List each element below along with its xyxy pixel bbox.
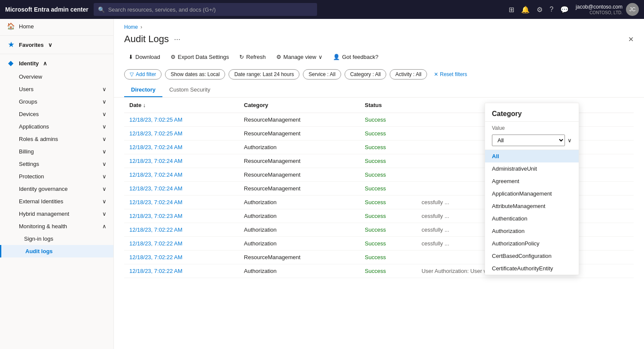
date-cell[interactable]: 12/18/23, 7:02:24 AM xyxy=(129,144,183,150)
feedback-button[interactable]: 👤 Got feedback? xyxy=(329,52,383,62)
export-data-settings-button[interactable]: ⚙ Export Data Settings xyxy=(166,52,233,62)
service-chip[interactable]: Service : All xyxy=(303,69,341,80)
sidebar-item-external-identities[interactable]: External Identities ∨ xyxy=(0,195,113,208)
sidebar-label-home: Home xyxy=(19,23,107,30)
sidebar-item-monitoring-health[interactable]: Monitoring & health ∧ xyxy=(0,220,113,233)
category-cell: Authorization xyxy=(239,196,360,209)
sidebar-label-monitoring: Monitoring & health xyxy=(19,223,67,230)
dropdown-list-item[interactable]: Agreement xyxy=(485,175,579,187)
show-dates-chip[interactable]: Show dates as: Local xyxy=(165,69,225,80)
dropdown-list-item[interactable]: CertificateAuthorityEntity xyxy=(485,262,579,275)
category-cell: Authorization xyxy=(239,223,360,237)
close-button[interactable]: ✕ xyxy=(628,35,634,43)
sidebar-label-overview: Overview xyxy=(19,73,42,80)
notification-icon[interactable]: 🔔 xyxy=(521,6,530,14)
sidebar-item-hybrid-management[interactable]: Hybrid management ∨ xyxy=(0,208,113,220)
settings-icon[interactable]: ⚙ xyxy=(537,6,543,14)
sidebar-item-billing[interactable]: Billing ∨ xyxy=(0,145,113,158)
user-name: jacob@contoso.com xyxy=(576,4,623,11)
date-range-chip[interactable]: Date range: Last 24 hours xyxy=(229,69,299,80)
status-cell: Success xyxy=(360,264,416,278)
category-cell: ResourceManagement xyxy=(239,182,360,196)
dropdown-list-item[interactable]: AttributeManagement xyxy=(485,200,579,212)
sidebar-label-identity-governance: Identity governance xyxy=(19,186,67,192)
tab-custom-security[interactable]: Custom Security xyxy=(162,83,217,97)
date-cell[interactable]: 12/18/23, 7:02:22 AM xyxy=(129,254,183,260)
sidebar-label-applications: Applications xyxy=(19,123,49,130)
sidebar-item-protection[interactable]: Protection ∨ xyxy=(0,170,113,183)
feedback-icon[interactable]: 💬 xyxy=(560,6,569,14)
chevron-manage-view-icon: ∨ xyxy=(318,54,323,60)
sidebar-label-audit-logs: Audit logs xyxy=(25,248,53,254)
activity-chip[interactable]: Activity : All xyxy=(390,69,427,80)
sidebar-label-sign-in-logs: Sign-in logs xyxy=(24,236,53,242)
col-date[interactable]: Date ↓ xyxy=(124,98,239,113)
home-icon: 🏠 xyxy=(7,22,15,30)
main-content: Home › Audit Logs ··· ✕ ⬇ Download ⚙ Exp… xyxy=(114,19,644,349)
dropdown-list: AllAdministrativeUnitAgreementApplicatio… xyxy=(485,150,579,275)
sidebar-item-home[interactable]: 🏠 Home xyxy=(0,19,113,34)
date-cell[interactable]: 12/18/23, 7:02:24 AM xyxy=(129,199,183,205)
reset-filters-button[interactable]: ✕ Reset filters xyxy=(430,70,470,79)
refresh-icon: ↻ xyxy=(239,54,244,60)
help-icon[interactable]: ? xyxy=(549,6,553,13)
sidebar-item-users[interactable]: Users ∨ xyxy=(0,83,113,95)
chevron-billing-icon: ∨ xyxy=(102,148,107,155)
sidebar-item-audit-logs[interactable]: Audit logs xyxy=(0,245,113,257)
breadcrumb-separator: › xyxy=(140,24,142,30)
date-cell[interactable]: 12/18/23, 7:02:25 AM xyxy=(129,130,183,137)
date-cell[interactable]: 12/18/23, 7:02:23 AM xyxy=(129,213,183,219)
date-cell[interactable]: 12/18/23, 7:02:24 AM xyxy=(129,185,183,192)
date-cell[interactable]: 12/18/23, 7:02:24 AM xyxy=(129,158,183,164)
chevron-ext-icon: ∨ xyxy=(102,198,107,205)
sidebar-item-groups[interactable]: Groups ∨ xyxy=(0,95,113,108)
search-input[interactable] xyxy=(108,6,313,13)
sidebar-item-favorites[interactable]: ★ Favorites ∨ xyxy=(0,37,113,52)
user-info[interactable]: jacob@contoso.com CONTOSO, LTD. JC xyxy=(576,3,639,16)
dropdown-title: Category xyxy=(485,103,579,122)
status-cell: Success xyxy=(360,182,416,196)
status-cell: Success xyxy=(360,196,416,209)
sidebar-item-overview[interactable]: Overview xyxy=(0,70,113,83)
sidebar-item-identity[interactable]: ◆ Identity ∧ xyxy=(0,56,113,70)
download-button[interactable]: ⬇ Download xyxy=(124,52,165,62)
category-select[interactable]: All xyxy=(492,135,565,146)
sidebar-label-favorites: Favorites xyxy=(19,42,44,48)
top-navigation: Microsoft Entra admin center 🔍 ⊞ 🔔 ⚙ ? 💬… xyxy=(0,0,644,19)
category-cell: Authorization xyxy=(239,264,360,278)
date-cell[interactable]: 12/18/23, 7:02:24 AM xyxy=(129,171,183,178)
dropdown-list-item[interactable]: AdministrativeUnit xyxy=(485,162,579,175)
status-cell: Success xyxy=(360,141,416,154)
portal-icon[interactable]: ⊞ xyxy=(509,6,514,14)
sidebar-label-groups: Groups xyxy=(19,98,37,105)
page-more-button[interactable]: ··· xyxy=(174,35,180,44)
date-cell[interactable]: 12/18/23, 7:02:22 AM xyxy=(129,240,183,247)
date-cell[interactable]: 12/18/23, 7:02:22 AM xyxy=(129,268,183,274)
sidebar-label-external: External Identities xyxy=(19,198,63,205)
sidebar-item-applications[interactable]: Applications ∨ xyxy=(0,120,113,133)
col-category: Category xyxy=(239,98,360,113)
tab-directory[interactable]: Directory xyxy=(124,83,162,97)
dropdown-list-item[interactable]: Authorization xyxy=(485,225,579,237)
refresh-button[interactable]: ↻ Refresh xyxy=(235,52,270,62)
chevron-roles-icon: ∨ xyxy=(102,136,107,142)
sidebar-item-devices[interactable]: Devices ∨ xyxy=(0,108,113,120)
date-cell[interactable]: 12/18/23, 7:02:22 AM xyxy=(129,227,183,233)
sidebar-item-roles-admins[interactable]: Roles & admins ∨ xyxy=(0,133,113,145)
breadcrumb-home[interactable]: Home xyxy=(124,24,138,30)
add-filter-chip[interactable]: ▽ Add filter xyxy=(124,69,162,80)
dropdown-list-item[interactable]: ApplicationManagement xyxy=(485,187,579,200)
dropdown-list-item[interactable]: CertBasedConfiguration xyxy=(485,250,579,262)
search-bar[interactable]: 🔍 xyxy=(94,3,317,16)
chevron-down-icon: ∨ xyxy=(48,42,52,48)
date-cell[interactable]: 12/18/23, 7:02:25 AM xyxy=(129,116,183,123)
category-chip[interactable]: Category : All xyxy=(345,69,386,80)
category-cell: Authorization xyxy=(239,209,360,223)
dropdown-list-item[interactable]: AuthorizationPolicy xyxy=(485,237,579,250)
sidebar-item-sign-in-logs[interactable]: Sign-in logs xyxy=(0,233,113,245)
dropdown-list-item[interactable]: Authentication xyxy=(485,212,579,225)
sidebar-item-settings[interactable]: Settings ∨ xyxy=(0,158,113,170)
manage-view-button[interactable]: ⚙ Manage view ∨ xyxy=(272,52,327,62)
sidebar-item-identity-governance[interactable]: Identity governance ∨ xyxy=(0,183,113,195)
dropdown-list-item[interactable]: All xyxy=(485,150,579,162)
